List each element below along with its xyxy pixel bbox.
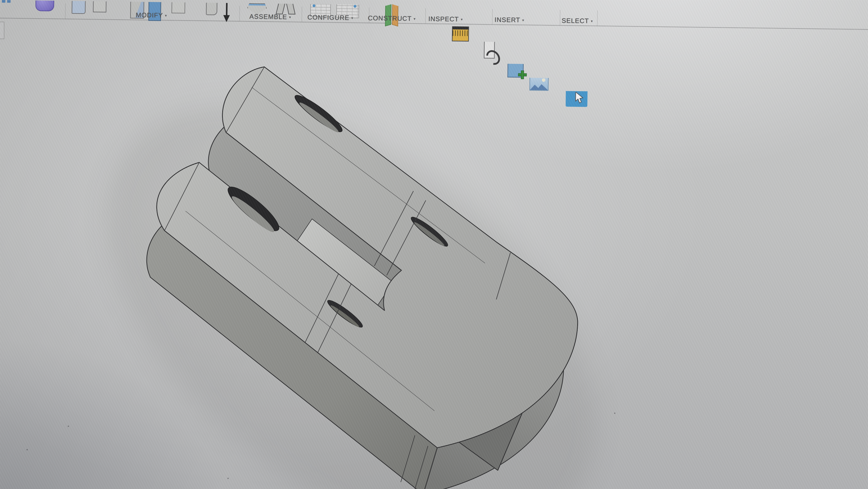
dust-speck <box>27 449 28 450</box>
toolbar-group-configure[interactable]: CONFIGURE▾ <box>307 14 353 22</box>
toolbar-icon-fragment[interactable] <box>2 0 11 3</box>
toolbar-separator <box>425 8 426 24</box>
dust-speck <box>614 412 615 414</box>
press-pull-icon[interactable] <box>35 0 54 11</box>
chevron-down-icon: ▾ <box>461 18 462 21</box>
toolbar-separator <box>65 3 66 19</box>
screen-photo: MODIFY▾ ASSEMBLE▾ CONFIGURE▾ CONSTRUCT▾ … <box>0 0 868 489</box>
canvas-icon[interactable] <box>507 64 524 78</box>
toolbar-group-construct[interactable]: CONSTRUCT▾ <box>368 14 415 22</box>
dropdown-arrow-icon[interactable] <box>222 3 231 23</box>
chevron-down-icon: ▾ <box>289 15 291 19</box>
toolbar-separator <box>492 9 493 25</box>
dust-speck <box>227 478 229 479</box>
chevron-down-icon: ▾ <box>591 19 593 23</box>
align-icon[interactable] <box>206 3 217 15</box>
toolbar-group-modify[interactable]: MODIFY▾ <box>135 11 167 19</box>
toolbar-separator <box>239 6 240 21</box>
select-cursor-icon[interactable] <box>566 91 588 107</box>
toolbar-separator <box>560 10 560 26</box>
toolbar-group-label: MODIFY <box>135 11 163 19</box>
measure-icon[interactable] <box>452 26 469 41</box>
toolbar-group-label: SELECT <box>562 17 589 25</box>
viewport-canvas[interactable] <box>0 0 868 489</box>
toolbar-group-label: INSERT <box>495 16 520 24</box>
ribbon-toolbar: MODIFY▾ ASSEMBLE▾ CONFIGURE▾ CONSTRUCT▾ … <box>0 0 868 68</box>
toolbar-group-assemble[interactable]: ASSEMBLE▾ <box>249 13 291 21</box>
decal-icon[interactable] <box>529 78 549 91</box>
toolbar-group-label: CONFIGURE <box>307 14 349 22</box>
chevron-down-icon: ▾ <box>413 17 415 21</box>
toolbar-separator <box>597 10 598 26</box>
chevron-down-icon: ▾ <box>351 16 353 20</box>
toolbar-group-insert[interactable]: INSERT▾ <box>495 16 524 24</box>
toolbar-separator <box>302 6 302 22</box>
chevron-down-icon: ▾ <box>522 19 524 22</box>
toolbar-group-select[interactable]: SELECT▾ <box>562 17 593 25</box>
toolbar-group-label: INSPECT <box>428 15 459 23</box>
joint-icon[interactable] <box>277 4 294 15</box>
dust-speck <box>68 426 69 427</box>
split-body-icon[interactable] <box>172 2 185 13</box>
toolbar-group-label: ASSEMBLE <box>249 13 287 21</box>
shell-icon[interactable] <box>93 1 106 12</box>
chevron-down-icon: ▾ <box>165 14 167 18</box>
toolbar-group-inspect[interactable]: INSPECT▾ <box>428 15 463 23</box>
fillet-icon[interactable] <box>72 1 86 14</box>
insert-derive-icon[interactable] <box>484 42 498 64</box>
model-3d[interactable] <box>0 0 868 489</box>
toolbar-group-label: CONSTRUCT <box>368 14 412 22</box>
